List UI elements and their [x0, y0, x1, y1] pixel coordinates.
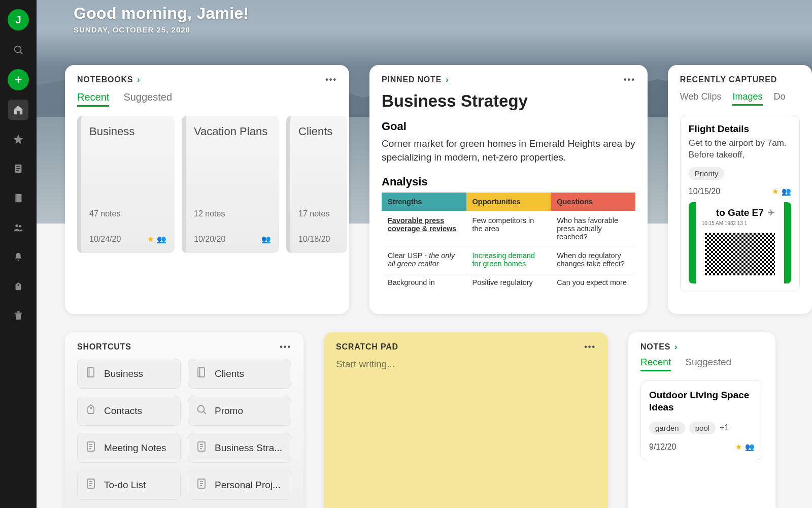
tab-recent[interactable]: Recent: [77, 91, 109, 107]
captured-date: 10/15/20: [689, 187, 720, 196]
shortcut-item[interactable]: To-do List: [77, 470, 181, 500]
table-row: Favorable press coverage & reviews Few c…: [382, 211, 635, 246]
svg-rect-5: [16, 166, 20, 167]
col-strengths: Strengths: [382, 193, 466, 211]
notebook-date: 10/18/20: [298, 235, 330, 244]
star-icon[interactable]: [8, 129, 28, 149]
tag-icon: [85, 403, 97, 418]
shortcuts-header: SHORTCUTS: [77, 342, 131, 352]
shortcut-label: Business Stra...: [215, 442, 282, 454]
note-icon: [85, 440, 97, 455]
star-icon: ★: [147, 235, 154, 244]
captured-item[interactable]: Flight Details Get to the airport by 7am…: [680, 115, 800, 292]
chevron-right-icon: ›: [137, 75, 140, 84]
priority-tag: Priority: [689, 167, 725, 180]
tab-images[interactable]: Images: [732, 91, 762, 106]
scratch-pad-widget: SCRATCH PAD ••• Start writing...: [324, 332, 608, 508]
col-opportunities: Opportunities: [466, 193, 551, 211]
tab-webclips[interactable]: Web Clips: [680, 91, 722, 106]
notebook-icon: [195, 366, 208, 381]
shared-icon: 👥: [782, 187, 791, 196]
plane-icon: ✈: [767, 207, 775, 218]
qr-code: [702, 230, 778, 278]
note-tag: pool: [689, 422, 716, 434]
boarding-pass-image: ✈ to Gate E7 10:15 AM 1982 13 1: [689, 202, 791, 283]
shared-icon[interactable]: [8, 217, 28, 238]
note-title: Outdoor Living Space Ideas: [649, 389, 755, 414]
svg-rect-17: [198, 368, 205, 377]
avatar-initial: J: [15, 14, 21, 26]
notebook-count: 17 notes: [298, 209, 339, 218]
search-icon: [195, 403, 208, 418]
chevron-right-icon: ›: [446, 75, 449, 84]
svg-point-12: [18, 284, 19, 286]
pinned-note-widget: PINNED NOTE › ••• Business Strategy Goal…: [369, 65, 648, 314]
new-note-button[interactable]: [8, 69, 29, 90]
tag-nav-icon[interactable]: [8, 276, 28, 297]
scratch-more-button[interactable]: •••: [584, 342, 596, 352]
pinned-title: Business Strategy: [382, 91, 635, 111]
notes-header[interactable]: NOTES ›: [640, 342, 763, 352]
svg-rect-14: [17, 311, 20, 313]
analysis-heading: Analysis: [382, 175, 635, 188]
notebook-icon[interactable]: [8, 188, 28, 208]
recent-captured-header: RECENTLY CAPTURED: [680, 75, 800, 84]
pinned-header[interactable]: PINNED NOTE ›: [382, 75, 449, 84]
notebook-card[interactable]: Business 47 notes 10/24/20 ★👥: [77, 116, 175, 253]
notebook-card[interactable]: Clients 17 notes 10/18/20: [286, 116, 347, 253]
svg-point-11: [19, 225, 21, 227]
recently-captured-widget: RECENTLY CAPTURED Web Clips Images Do Fl…: [668, 65, 812, 314]
shortcut-label: To-do List: [104, 480, 146, 491]
note-date: 9/12/20: [649, 442, 676, 452]
tab-suggested[interactable]: Suggested: [123, 91, 172, 107]
shortcuts-widget: SHORTCUTS ••• BusinessClientsContactsPro…: [65, 332, 303, 508]
scratch-input[interactable]: Start writing...: [336, 359, 596, 370]
shortcut-item[interactable]: Business Stra...: [188, 433, 291, 463]
star-icon: ★: [735, 442, 742, 452]
shortcut-item[interactable]: Meeting Notes: [77, 433, 181, 463]
shortcut-label: Business: [104, 368, 143, 379]
trash-icon[interactable]: [8, 306, 28, 326]
pinned-more-button[interactable]: •••: [624, 75, 635, 84]
shortcut-item[interactable]: Business: [77, 359, 181, 389]
notebook-count: 47 notes: [89, 209, 166, 218]
notebook-card[interactable]: Vacation Plans 12 notes 10/20/20 👥: [182, 116, 279, 253]
table-row: Background in Positive regulatory Can yo…: [382, 273, 635, 292]
bell-icon[interactable]: [8, 247, 28, 267]
shortcut-item[interactable]: Promo: [188, 396, 291, 426]
shortcuts-more-button[interactable]: •••: [280, 342, 291, 352]
svg-point-19: [90, 407, 92, 409]
notebook-date: 10/24/20: [89, 235, 121, 244]
svg-line-21: [204, 411, 206, 414]
note-card[interactable]: Outdoor Living Space Ideas garden pool +…: [640, 380, 763, 460]
tab-recent[interactable]: Recent: [640, 357, 671, 371]
shortcut-item[interactable]: Contacts: [77, 396, 181, 426]
shortcut-label: Promo: [215, 405, 243, 417]
col-questions: Questions: [551, 193, 635, 211]
avatar[interactable]: J: [8, 9, 29, 30]
notebooks-header[interactable]: NOTEBOOKS ›: [77, 75, 140, 84]
notebook-count: 12 notes: [194, 209, 271, 218]
shortcut-item[interactable]: Personal Proj...: [188, 470, 291, 500]
home-icon[interactable]: [8, 100, 28, 120]
more-tags: +1: [720, 423, 729, 432]
notebooks-more-button[interactable]: •••: [325, 75, 337, 84]
ticket-subline: 10:15 AM 1982 13 1: [702, 220, 778, 226]
shortcut-item[interactable]: Clients: [188, 359, 291, 389]
note-icon: [85, 478, 97, 492]
notebook-name: Vacation Plans: [194, 125, 271, 138]
notebooks-widget: NOTEBOOKS › ••• Recent Suggested Busines…: [65, 65, 349, 314]
captured-title: Flight Details: [689, 123, 791, 135]
shared-icon: 👥: [261, 235, 271, 244]
table-row: Clear USP - the only all green realtor I…: [382, 246, 635, 273]
svg-rect-7: [16, 170, 19, 171]
tab-documents[interactable]: Do: [774, 91, 786, 106]
note-tag: garden: [649, 422, 685, 434]
note-icon[interactable]: [8, 158, 28, 179]
goal-text: Corner market for green homes in Emerald…: [382, 137, 635, 164]
tab-suggested[interactable]: Suggested: [685, 357, 731, 371]
notebook-icon: [85, 366, 97, 381]
search-icon[interactable]: [8, 40, 28, 60]
shortcut-label: Personal Proj...: [215, 480, 281, 491]
shared-icon: 👥: [157, 235, 166, 244]
